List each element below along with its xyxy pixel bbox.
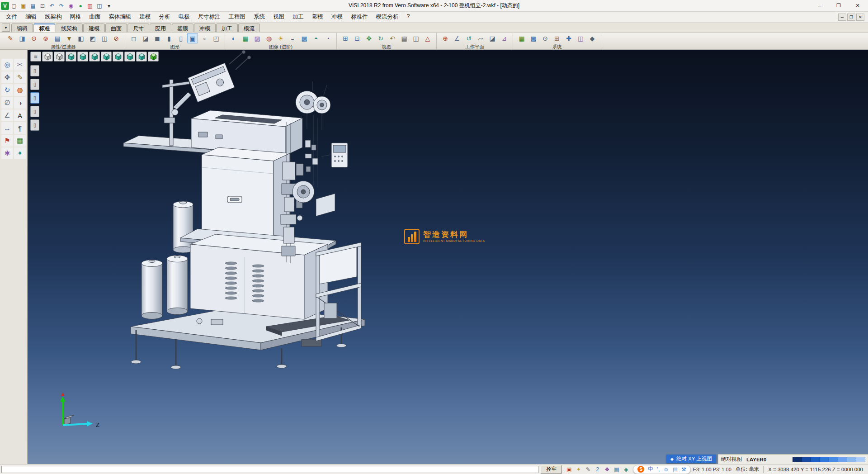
mini-view-5[interactable]: ▯	[30, 119, 39, 131]
mini-view-3[interactable]: ▯	[30, 92, 39, 104]
menu-machining[interactable]: 加工	[288, 12, 308, 22]
screen-icon[interactable]: ◫	[95, 1, 104, 10]
rotate-icon[interactable]: ↻	[1, 84, 13, 96]
tab-edit[interactable]: 编辑	[11, 24, 33, 32]
globe-icon[interactable]: ●	[76, 1, 85, 10]
open-file-icon[interactable]: ▣	[19, 1, 28, 10]
menu-system[interactable]: 系统	[250, 12, 269, 22]
plane-flip-icon[interactable]: ◪	[487, 33, 498, 43]
view-left-icon[interactable]	[101, 52, 112, 62]
layers-system-icon[interactable]: ◫	[575, 33, 586, 43]
wcs-align-icon[interactable]: ∠	[452, 33, 462, 43]
minimize-button[interactable]: ─	[810, 0, 829, 11]
attribute-paint-icon[interactable]: ✎	[5, 33, 16, 43]
cylinder-display-icon[interactable]: ▮	[164, 33, 175, 43]
render-settings-icon[interactable]: ◰	[211, 33, 222, 43]
punctuation-icon[interactable]: ’,	[657, 466, 660, 473]
profile-grid-icon[interactable]: ▩	[528, 33, 539, 43]
tab-flow[interactable]: 模流	[238, 24, 260, 32]
shadow-icon[interactable]: ◒	[287, 33, 298, 43]
attribute-copy-icon[interactable]: ◨	[17, 33, 28, 43]
menu-surface[interactable]: 曲面	[85, 12, 105, 22]
save-file-icon[interactable]: ▤	[28, 1, 38, 10]
toolbox-icon[interactable]: ⚒	[681, 466, 686, 473]
print-icon[interactable]: ⊡	[38, 1, 47, 10]
layer-color-segment[interactable]	[847, 457, 856, 462]
absolute-view-label[interactable]: 绝对视图	[721, 456, 742, 463]
pan-view-icon[interactable]: ✥	[363, 33, 374, 43]
layer-color-segment[interactable]	[793, 457, 802, 462]
flag-icon[interactable]: ⚑	[1, 135, 13, 147]
text-icon[interactable]: A	[14, 109, 26, 121]
background-icon[interactable]: ▩	[299, 33, 310, 43]
emoji-icon[interactable]: ☺	[663, 466, 669, 473]
spark-icon[interactable]: ✦	[14, 147, 26, 159]
snap-toggle-icon[interactable]: ✦	[574, 465, 583, 474]
menu-modeling[interactable]: 建模	[136, 12, 155, 22]
tab-standard[interactable]: 标准	[33, 24, 55, 32]
texture-icon[interactable]: ▨	[252, 33, 263, 43]
qat-dropdown-icon[interactable]: ▾	[104, 1, 113, 10]
trim-icon[interactable]: ✂	[14, 59, 26, 71]
menu-flow-analysis[interactable]: 模流分析	[372, 12, 403, 22]
ghost-mode-icon[interactable]: ▫	[199, 33, 210, 43]
menu-dimension[interactable]: 尺寸标注	[194, 12, 225, 22]
tab-modeling[interactable]: 建模	[83, 24, 105, 32]
previous-view-icon[interactable]: ↶	[387, 33, 398, 43]
keyboard-icon[interactable]: ▤	[673, 466, 678, 473]
restore-button[interactable]: ❐	[829, 0, 848, 11]
filter-reset-icon[interactable]: ⊘	[111, 33, 122, 43]
menu-view[interactable]: 视图	[269, 12, 288, 22]
angle-icon[interactable]: ∠	[1, 109, 13, 121]
lock-button[interactable]: 拴牢	[541, 465, 562, 474]
close-button[interactable]: ✕	[848, 0, 867, 11]
palette-icon[interactable]: ❖	[602, 465, 612, 474]
perspective-toggle-icon[interactable]: △	[422, 33, 433, 43]
view-back-icon[interactable]	[89, 52, 100, 62]
lighting-icon[interactable]: ☀	[275, 33, 286, 43]
mini-view-4[interactable]: ▯	[30, 106, 39, 117]
menu-mesh[interactable]: 网格	[66, 12, 85, 22]
shaded-mode-icon[interactable]: ◼	[152, 33, 163, 43]
wireframe-mode-icon[interactable]: ◻	[128, 33, 139, 43]
layer-color-segment[interactable]	[811, 457, 820, 462]
view-right-icon[interactable]	[113, 52, 123, 62]
magnet-filter-icon[interactable]: ⊙	[28, 33, 39, 43]
view-wireframe-icon[interactable]	[54, 52, 65, 62]
zoom-fit-icon[interactable]: ⊡	[352, 33, 363, 43]
help-2-icon[interactable]: 2	[593, 465, 602, 474]
hidden-line-mode-icon[interactable]: ◪	[140, 33, 151, 43]
display-list-icon[interactable]: ≡	[30, 52, 41, 62]
select-icon[interactable]: ◎	[1, 59, 13, 71]
arc-icon[interactable]: ◑	[14, 97, 26, 109]
wcs-origin-icon[interactable]: ⊕	[440, 33, 451, 43]
tab-wireframe[interactable]: 线架构	[56, 24, 83, 32]
magnet-all-icon[interactable]: ⊚	[40, 33, 51, 43]
sphere-icon[interactable]: ◍	[14, 84, 26, 96]
undo-icon[interactable]: ↶	[47, 1, 57, 10]
view-iso-icon[interactable]	[66, 52, 76, 62]
mini-view-2[interactable]: ▯	[30, 79, 39, 90]
tab-machining[interactable]: 加工	[216, 24, 238, 32]
camera-icon[interactable]: ◉	[66, 1, 75, 10]
chart-icon[interactable]: ▥	[85, 1, 94, 10]
material-icon[interactable]: ◍	[264, 33, 274, 43]
new-file-icon[interactable]: ▢	[9, 1, 19, 10]
menu-wireframe[interactable]: 线架构	[41, 12, 66, 22]
menu-drawing[interactable]: 工程图	[225, 12, 250, 22]
calculator-icon[interactable]: ✚	[563, 33, 574, 43]
layer-toggle-icon[interactable]: ◈	[621, 465, 631, 474]
mdi-close-button[interactable]: ✕	[856, 14, 864, 21]
layer-color-segment[interactable]	[829, 457, 838, 462]
sketch-icon[interactable]: ✎	[14, 71, 26, 83]
filter-wires-icon[interactable]: ◫	[99, 33, 110, 43]
image-gallery-icon[interactable]: ▦	[240, 33, 251, 43]
star-icon[interactable]: ✱	[1, 147, 13, 159]
menu-die[interactable]: 冲模	[327, 12, 347, 22]
tab-surface[interactable]: 曲面	[105, 24, 127, 32]
menu-edit[interactable]: 编辑	[21, 12, 41, 22]
redo-icon[interactable]: ↷	[57, 1, 66, 10]
filter-faces-icon[interactable]: ◧	[75, 33, 86, 43]
menu-help[interactable]: ?	[403, 12, 414, 22]
layer-color-segment[interactable]	[820, 457, 829, 462]
